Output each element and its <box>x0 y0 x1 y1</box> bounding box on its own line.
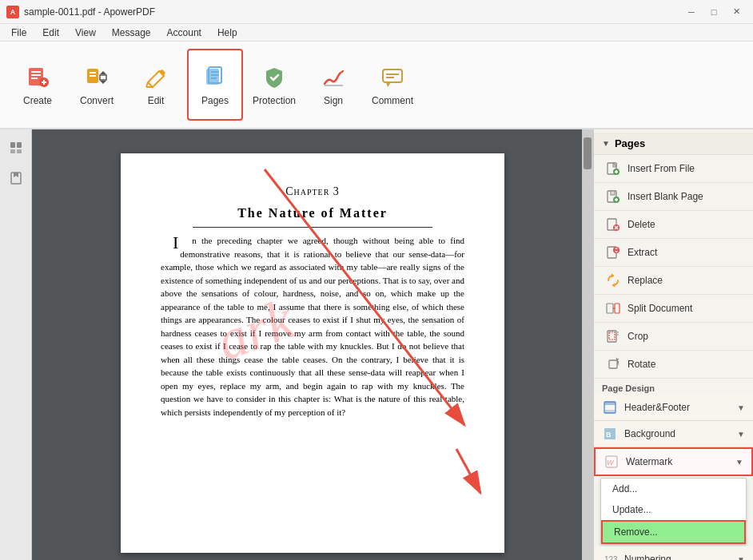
panel-extract[interactable]: Extract <box>594 239 753 267</box>
svg-rect-38 <box>611 191 615 195</box>
title-bar: A sample-0011.pdf - ApowerPDF ─ □ ✕ <box>0 0 753 24</box>
menu-edit[interactable]: Edit <box>34 26 67 40</box>
numbering-left: 123 Numbering <box>602 551 671 560</box>
pdf-divider <box>193 227 432 228</box>
numbering-label: Numbering <box>624 554 671 560</box>
pdf-viewer: ark Chapter 3 The Nature of Matter In th… <box>32 129 593 560</box>
sidebar-thumbnail-btn[interactable] <box>4 136 28 160</box>
menu-view[interactable]: View <box>67 26 104 40</box>
sidebar-bookmark-btn[interactable] <box>4 166 28 190</box>
insert-blank-page-icon <box>605 189 621 205</box>
svg-rect-58 <box>604 410 616 413</box>
watermark-remove-label: Remove... <box>614 526 658 538</box>
insert-from-file-label: Insert From File <box>628 163 695 174</box>
watermark-add-label: Add... <box>612 483 637 494</box>
background-icon: B <box>602 426 618 442</box>
background-label: Background <box>624 428 675 439</box>
svg-rect-17 <box>211 77 217 79</box>
watermark-left: W Watermark <box>604 454 672 470</box>
edit-label: Edit <box>148 95 165 106</box>
toolbar-create-button[interactable]: Create <box>10 49 66 121</box>
create-icon <box>23 63 52 92</box>
delete-label: Delete <box>628 219 655 230</box>
pages-icon <box>201 63 229 92</box>
toolbar-comment-button[interactable]: Comment <box>365 49 420 121</box>
svg-text:W: W <box>607 459 615 467</box>
pdf-scrollbar[interactable] <box>582 129 593 560</box>
extract-icon <box>605 244 621 260</box>
menu-file[interactable]: File <box>3 26 34 40</box>
svg-marker-20 <box>386 82 391 87</box>
svg-rect-36 <box>616 170 617 173</box>
edit-icon <box>141 63 170 92</box>
main-layout: ark Chapter 3 The Nature of Matter In th… <box>0 129 753 560</box>
panel-header-footer-dropdown[interactable]: Header&Footer ▼ <box>594 395 753 421</box>
watermark-update-label: Update... <box>612 504 651 515</box>
extract-label: Extract <box>628 247 657 258</box>
toolbar-sign-button[interactable]: Sign <box>305 49 361 121</box>
panel-insert-blank-page[interactable]: Insert Blank Page <box>594 183 753 211</box>
svg-rect-52 <box>609 332 615 340</box>
watermark-update-item[interactable]: Update... <box>601 499 746 520</box>
svg-rect-2 <box>31 74 41 76</box>
minimize-button[interactable]: ─ <box>681 4 702 20</box>
replace-label: Replace <box>628 275 663 286</box>
window-title: sample-0011.pdf - ApowerPDF <box>24 6 155 18</box>
left-sidebar <box>0 129 32 560</box>
menu-account[interactable]: Account <box>159 26 209 40</box>
svg-rect-6 <box>43 80 45 85</box>
close-button[interactable]: ✕ <box>726 4 747 20</box>
toolbar-pages-button[interactable]: Pages <box>187 49 243 121</box>
background-left: B Background <box>602 426 675 442</box>
svg-rect-57 <box>604 402 616 405</box>
svg-rect-10 <box>100 75 106 80</box>
toolbar-convert-button[interactable]: Convert <box>69 49 125 121</box>
background-arrow: ▼ <box>737 430 745 439</box>
svg-rect-22 <box>386 77 394 78</box>
right-panel: ▼ Pages Insert From File <box>593 129 753 560</box>
panel-numbering-dropdown[interactable]: 123 Numbering ▼ <box>594 546 753 560</box>
insert-from-file-icon <box>605 161 621 177</box>
svg-rect-21 <box>386 73 399 75</box>
panel-rotate[interactable]: Rotate <box>594 351 753 379</box>
convert-label: Convert <box>80 95 114 106</box>
menu-help[interactable]: Help <box>209 26 245 40</box>
menu-message[interactable]: Message <box>104 26 159 40</box>
rotate-icon <box>605 356 621 372</box>
watermark-icon: W <box>604 454 620 470</box>
toolbar-protection-button[interactable]: Protection <box>246 49 302 121</box>
replace-icon <box>605 272 621 288</box>
numbering-arrow: ▼ <box>737 555 745 561</box>
numbering-icon: 123 <box>602 551 618 560</box>
svg-rect-23 <box>10 142 15 148</box>
split-document-label: Split Document <box>628 303 692 314</box>
crop-icon <box>605 328 621 344</box>
page-design-label: Page Design <box>594 379 753 395</box>
window-controls: ─ □ ✕ <box>681 4 747 20</box>
watermark-remove-item[interactable]: Remove... <box>601 520 746 544</box>
svg-rect-41 <box>616 198 617 201</box>
panel-delete[interactable]: Delete <box>594 211 753 239</box>
create-label: Create <box>23 95 52 106</box>
pdf-chapter: Chapter 3 <box>161 185 464 198</box>
panel-watermark-dropdown[interactable]: W Watermark ▼ <box>594 447 753 476</box>
panel-background-dropdown[interactable]: B Background ▼ <box>594 421 753 447</box>
svg-text:123: 123 <box>604 555 617 560</box>
svg-rect-1 <box>31 71 41 73</box>
sign-label: Sign <box>324 95 343 106</box>
svg-rect-19 <box>383 70 402 82</box>
svg-rect-49 <box>615 304 620 313</box>
panel-crop[interactable]: Crop <box>594 323 753 351</box>
header-footer-icon <box>602 399 618 415</box>
svg-rect-16 <box>211 74 219 76</box>
watermark-add-item[interactable]: Add... <box>601 479 746 499</box>
panel-insert-from-file[interactable]: Insert From File <box>594 155 753 183</box>
scrollbar-thumb[interactable] <box>584 137 592 169</box>
maximize-button[interactable]: □ <box>703 4 724 20</box>
svg-rect-8 <box>90 72 96 73</box>
panel-replace[interactable]: Replace <box>594 267 753 295</box>
header-footer-arrow: ▼ <box>737 403 745 412</box>
sign-icon <box>319 63 348 92</box>
toolbar-edit-button[interactable]: Edit <box>128 49 184 121</box>
panel-split-document[interactable]: Split Document <box>594 295 753 323</box>
